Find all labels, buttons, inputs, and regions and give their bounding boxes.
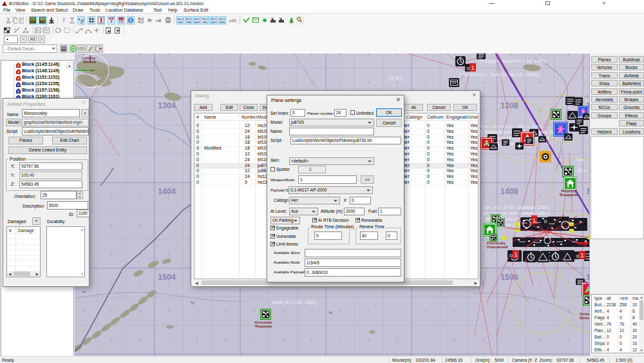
svg-text:6: 6 (396, 54, 398, 56)
svg-text:8: 8 (282, 338, 284, 342)
svg-text:9: 9 (482, 166, 484, 170)
svg-text:5: 5 (196, 54, 198, 56)
svg-text:3: 3 (482, 109, 484, 113)
svg-text:Лесной: Лесной (83, 60, 96, 64)
svg-text:8: 8 (539, 81, 541, 84)
svg-text:1308: 1308 (500, 101, 518, 110)
svg-text:9: 9 (482, 338, 484, 342)
svg-text:5: 5 (196, 309, 198, 313)
svg-text:5: 5 (111, 224, 113, 228)
svg-text:4: 4 (82, 54, 84, 56)
svg-text:2: 2 (111, 280, 113, 284)
svg-text:Beme: Beme (580, 316, 589, 320)
svg-text:5: 5 (453, 54, 455, 56)
svg-text:F: F (62, 17, 66, 24)
svg-text:7: 7 (168, 166, 170, 170)
svg-text:9: 9 (139, 166, 141, 170)
svg-text:7: 7 (254, 81, 256, 84)
svg-text:8: 8 (282, 81, 284, 84)
svg-text:7: 7 (339, 338, 341, 342)
svg-text:1504: 1504 (158, 273, 176, 282)
svg-text:town_mil(id 1826): town_mil(id 1826) (272, 300, 317, 305)
svg-text:LOC: LOC (229, 19, 236, 23)
svg-text:3: 3 (139, 280, 141, 284)
svg-text:1304: 1304 (158, 101, 176, 110)
svg-text:2: 2 (539, 195, 541, 199)
svg-text:7: 7 (511, 166, 513, 170)
svg-text:2: 2 (539, 109, 541, 113)
svg-text:Ясуреева: Ясуреева (255, 324, 272, 328)
svg-text:7: 7 (425, 81, 427, 84)
svg-text:6: 6 (139, 224, 141, 228)
svg-text:4: 4 (425, 309, 427, 313)
svg-text:6: 6 (139, 54, 141, 56)
svg-text:7: 7 (425, 338, 427, 342)
svg-text:7: 7 (168, 338, 170, 342)
svg-text:0: 0 (544, 219, 547, 224)
svg-text:9: 9 (310, 338, 312, 342)
svg-text:8: 8 (539, 338, 541, 342)
svg-text:5: 5 (368, 54, 370, 56)
svg-text:FLD: FLD (138, 21, 144, 24)
svg-text:5: 5 (282, 54, 284, 56)
svg-text:4: 4 (168, 309, 170, 313)
svg-text:1404: 1404 (158, 187, 176, 196)
svg-text:3: 3 (139, 195, 141, 199)
svg-text:3: 3 (567, 280, 569, 284)
svg-text:4: 4 (254, 309, 256, 313)
svg-text:4: 4 (254, 54, 256, 56)
svg-text:9: 9 (225, 338, 227, 342)
svg-text:7: 7 (168, 252, 170, 256)
svg-text:9: 9 (139, 81, 141, 84)
svg-text:6: 6 (225, 309, 227, 313)
svg-text:3: 3 (139, 109, 141, 113)
svg-text:5: 5 (539, 309, 541, 313)
svg-text:7: 7 (168, 81, 170, 84)
svg-text:Покровский: Покровский (487, 245, 508, 249)
svg-text:LiB: LiB (156, 19, 162, 23)
svg-text:ℏv: ℏv (147, 18, 153, 23)
svg-text:4: 4 (168, 54, 170, 56)
svg-text:5: 5 (539, 54, 541, 56)
svg-text:9: 9 (482, 252, 484, 256)
svg-text:6: 6 (310, 309, 312, 313)
svg-text:4: 4 (82, 309, 84, 313)
svg-text:lqv_vil_trSS решила(1768): lqv_vil_trSS решила(1768) (482, 205, 550, 210)
svg-text:4: 4 (339, 309, 341, 313)
svg-text:9: 9 (139, 338, 141, 342)
svg-text:7: 7 (254, 338, 256, 342)
svg-text:2: 2 (539, 280, 541, 284)
svg-text:TXT: TXT (109, 17, 114, 20)
svg-text:5: 5 (368, 309, 370, 313)
svg-text:8: 8 (111, 338, 113, 342)
svg-text:6: 6 (567, 54, 569, 56)
svg-text:6: 6 (225, 54, 227, 56)
svg-text:7: 7 (339, 81, 341, 84)
svg-text:8: 8 (111, 252, 113, 256)
svg-text:1408: 1408 (500, 187, 518, 196)
svg-text:1: 1 (581, 252, 584, 259)
svg-text:Z: Z (80, 20, 83, 24)
svg-text:8: 8 (196, 338, 198, 342)
svg-text:5: 5 (111, 138, 113, 142)
svg-text:9: 9 (482, 81, 484, 84)
svg-text:5: 5 (453, 309, 455, 313)
svg-text:6: 6 (310, 54, 312, 56)
svg-text:9: 9 (396, 338, 398, 342)
svg-text:6: 6 (139, 138, 141, 142)
svg-text:6: 6 (396, 309, 398, 313)
svg-text:Бондарева: Бондарева (560, 193, 580, 197)
svg-text:5: 5 (111, 54, 113, 56)
svg-text:1: 1 (515, 251, 518, 258)
svg-text:(875): (875) (388, 76, 402, 81)
svg-text:9: 9 (225, 81, 227, 84)
svg-text:4: 4 (511, 54, 513, 56)
svg-text:5: 5 (111, 309, 113, 313)
svg-text:1: 1 (471, 64, 475, 71)
svg-text:8: 8 (368, 338, 370, 342)
svg-text:8: 8 (453, 338, 455, 342)
svg-text:4: 4 (425, 54, 427, 56)
svg-text:6: 6 (139, 309, 141, 313)
svg-text:9: 9 (567, 338, 569, 342)
svg-text:8: 8 (539, 166, 541, 170)
